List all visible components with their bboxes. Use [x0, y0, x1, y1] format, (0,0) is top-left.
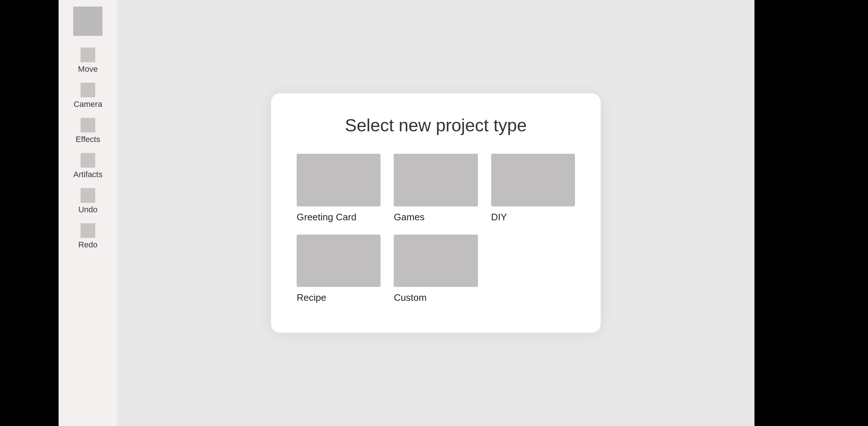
sidebar-item-effects[interactable]: Effects [59, 113, 117, 149]
project-thumbnail-recipe [297, 235, 381, 287]
project-grid: Greeting CardGamesDIYRecipeCustom [297, 154, 575, 303]
project-thumbnail-diy [491, 154, 575, 206]
sidebar-item-artifacts[interactable]: Artifacts [59, 149, 117, 184]
sidebar-item-artifacts-label: Artifacts [73, 170, 102, 179]
sidebar-item-undo-label: Undo [78, 205, 98, 214]
project-label-custom: Custom [394, 292, 478, 303]
effects-icon [81, 118, 95, 132]
sidebar: MoveCameraEffectsArtifactsUndoRedo [59, 0, 117, 426]
sidebar-item-camera-label: Camera [74, 100, 102, 109]
project-thumbnail-custom [394, 235, 478, 287]
sidebar-item-redo[interactable]: Redo [59, 219, 117, 254]
undo-icon [81, 188, 95, 203]
project-item-custom[interactable]: Custom [394, 235, 478, 303]
sidebar-item-move-label: Move [78, 64, 98, 74]
project-item-greeting-card[interactable]: Greeting Card [297, 154, 381, 223]
sidebar-item-undo[interactable]: Undo [59, 184, 117, 219]
project-item-diy[interactable]: DIY [491, 154, 575, 223]
move-icon [81, 48, 95, 62]
left-black-panel [0, 0, 59, 426]
project-thumbnail-games [394, 154, 478, 206]
app-logo [73, 7, 103, 36]
main-area: Select new project type Greeting CardGam… [117, 0, 754, 426]
project-label-recipe: Recipe [297, 292, 381, 303]
camera-icon [81, 83, 95, 97]
project-label-games: Games [394, 212, 478, 223]
project-label-greeting-card: Greeting Card [297, 212, 381, 223]
sidebar-item-effects-label: Effects [76, 135, 100, 144]
dialog-title: Select new project type [297, 115, 575, 135]
right-black-panel [754, 0, 868, 426]
redo-icon [81, 223, 95, 238]
project-item-games[interactable]: Games [394, 154, 478, 223]
project-label-diy: DIY [491, 212, 575, 223]
sidebar-item-redo-label: Redo [78, 240, 98, 250]
sidebar-item-move[interactable]: Move [59, 43, 117, 78]
project-item-recipe[interactable]: Recipe [297, 235, 381, 303]
project-type-dialog: Select new project type Greeting CardGam… [271, 93, 601, 333]
sidebar-item-camera[interactable]: Camera [59, 78, 117, 113]
project-thumbnail-greeting-card [297, 154, 381, 206]
artifacts-icon [81, 153, 95, 168]
